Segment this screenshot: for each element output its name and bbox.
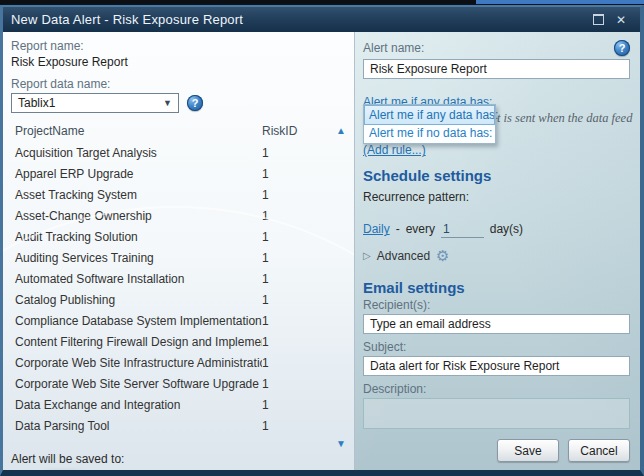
description-label: Description: bbox=[363, 382, 630, 396]
unit-label: day(s) bbox=[490, 222, 523, 236]
help-icon[interactable]: ? bbox=[614, 40, 630, 56]
table-header-row: ProjectName RiskID ▲ bbox=[11, 121, 354, 140]
alert-name-input[interactable]: Risk Exposure Report bbox=[363, 59, 630, 79]
report-data-panel: Report name: Risk Exposure Report Report… bbox=[3, 32, 355, 470]
risk-id-cell: 1 bbox=[262, 209, 328, 223]
save-location-link[interactable]: http://./PWA bbox=[11, 468, 354, 470]
save-location: Alert will be saved to: http://./PWA bbox=[11, 452, 354, 470]
condition-type-menu: Alert me if any data has:Alert me if no … bbox=[363, 104, 496, 144]
help-icon[interactable]: ? bbox=[187, 95, 203, 111]
gear-icon[interactable]: ⚙ bbox=[436, 248, 449, 263]
recurrence-pattern-label: Recurrence pattern: bbox=[363, 190, 630, 204]
risk-id-cell: 1 bbox=[262, 314, 328, 328]
table-row: Audit Tracking Solution1 bbox=[11, 226, 354, 247]
report-name-value: Risk Exposure Report bbox=[11, 55, 354, 69]
table-row: Asset-Change Ownership1 bbox=[11, 205, 354, 226]
risk-id-cell: 1 bbox=[262, 272, 328, 286]
interval-input[interactable]: 1 bbox=[441, 222, 484, 238]
condition-hint-text: t is sent when the data feed bbox=[497, 111, 632, 126]
project-name-cell: Asset-Change Ownership bbox=[13, 209, 262, 223]
new-data-alert-dialog: New Data Alert - Risk Exposure Report ✕ … bbox=[0, 5, 644, 476]
schedule-settings-heading: Schedule settings bbox=[363, 167, 630, 184]
table-row: Automated Software Installation1 bbox=[11, 268, 354, 289]
risk-id-cell: 1 bbox=[262, 398, 328, 412]
table-row: Corporate Web Site Server Software Upgra… bbox=[11, 373, 354, 394]
title-bar: New Data Alert - Risk Exposure Report ✕ bbox=[3, 7, 640, 32]
report-data-name-label: Report data name: bbox=[11, 77, 354, 91]
table-row: Content Filtering Firewall Design and Im… bbox=[11, 331, 354, 352]
risk-id-cell: 1 bbox=[262, 251, 328, 265]
project-name-cell: Automated Software Installation bbox=[13, 272, 262, 286]
column-header-riskid: RiskID bbox=[262, 124, 328, 138]
project-name-cell: Corporate Web Site Server Software Upgra… bbox=[13, 377, 262, 391]
table-row: Auditing Services Training1 bbox=[11, 247, 354, 268]
project-name-cell: Catalog Publishing bbox=[13, 293, 262, 307]
description-input[interactable] bbox=[363, 398, 630, 429]
alert-name-label: Alert name: bbox=[363, 41, 424, 55]
save-location-label: Alert will be saved to: bbox=[11, 452, 354, 466]
project-name-cell: Auditing Services Training bbox=[13, 251, 262, 265]
project-name-cell: Asset Tracking System bbox=[13, 188, 262, 202]
close-icon[interactable]: ✕ bbox=[616, 14, 626, 26]
project-name-cell: Corporate Web Site Infrastructure Admini… bbox=[13, 356, 262, 370]
project-name-cell: Audit Tracking Solution bbox=[13, 230, 262, 244]
table-row: Apparel ERP Upgrade1 bbox=[11, 163, 354, 184]
data-preview-table: ProjectName RiskID ▲ Acquisition Target … bbox=[11, 121, 354, 452]
cancel-button[interactable]: Cancel bbox=[568, 439, 630, 462]
condition-zone: Alert me if any data has: t is sent when… bbox=[363, 95, 630, 143]
risk-id-cell: 1 bbox=[262, 419, 328, 433]
project-name-cell: Acquisition Target Analysis bbox=[13, 146, 262, 160]
risk-id-cell: 1 bbox=[262, 356, 328, 370]
dialog-title: New Data Alert - Risk Exposure Report bbox=[11, 12, 593, 27]
email-settings-heading: Email settings bbox=[363, 279, 630, 296]
url-prefix: http://. bbox=[11, 468, 44, 470]
table-row: Data Exchange and Integration1 bbox=[11, 394, 354, 415]
table-row: Asset Tracking System1 bbox=[11, 184, 354, 205]
table-row: Compliance Database System Implementatio… bbox=[11, 310, 354, 331]
advanced-label[interactable]: Advanced bbox=[377, 249, 430, 263]
table-row: Corporate Web Site Infrastructure Admini… bbox=[11, 352, 354, 373]
url-suffix: /PWA bbox=[82, 468, 112, 470]
project-name-cell: Content Filtering Firewall Design and Im… bbox=[13, 335, 262, 349]
subject-label: Subject: bbox=[363, 340, 630, 354]
risk-id-cell: 1 bbox=[262, 188, 328, 202]
risk-id-cell: 1 bbox=[262, 230, 328, 244]
recurrence-row: Daily - every 1 day(s) bbox=[363, 222, 630, 238]
subject-input[interactable]: Data alert for Risk Exposure Report bbox=[363, 356, 630, 376]
maximize-icon[interactable] bbox=[593, 14, 604, 25]
report-name-label: Report name: bbox=[11, 39, 354, 53]
every-label: every bbox=[406, 222, 435, 236]
recipients-label: Recipient(s): bbox=[363, 298, 630, 312]
chevron-down-icon: ▼ bbox=[163, 98, 172, 108]
risk-id-cell: 1 bbox=[262, 167, 328, 181]
dash: - bbox=[396, 222, 400, 236]
data-source-dropdown-value: Tablix1 bbox=[18, 96, 163, 110]
condition-menu-item[interactable]: Alert me if any data has: bbox=[365, 106, 494, 124]
risk-id-cell: 1 bbox=[262, 293, 328, 307]
frequency-link[interactable]: Daily bbox=[363, 222, 390, 236]
scroll-down-icon[interactable]: ▼ bbox=[328, 439, 354, 449]
project-name-cell: Data Parsing Tool bbox=[13, 419, 262, 433]
alert-settings-panel: Alert name: ? Risk Exposure Report Alert… bbox=[355, 32, 640, 470]
risk-id-cell: 1 bbox=[262, 377, 328, 391]
risk-id-cell: 1 bbox=[262, 335, 328, 349]
project-name-cell: Compliance Database System Implementatio… bbox=[13, 314, 262, 328]
risk-id-cell: 1 bbox=[262, 146, 328, 160]
scroll-up-icon[interactable]: ▲ bbox=[328, 126, 354, 136]
add-rule-link[interactable]: (Add rule...) bbox=[363, 143, 630, 157]
column-header-projectname: ProjectName bbox=[13, 124, 262, 138]
project-name-cell: Data Exchange and Integration bbox=[13, 398, 262, 412]
data-source-dropdown[interactable]: Tablix1 ▼ bbox=[11, 93, 179, 113]
save-button[interactable]: Save bbox=[497, 439, 559, 462]
table-row: Data Parsing Tool1 bbox=[11, 415, 354, 436]
table-row: Catalog Publishing1 bbox=[11, 289, 354, 310]
project-name-cell: Apparel ERP Upgrade bbox=[13, 167, 262, 181]
table-row: Acquisition Target Analysis1 bbox=[11, 142, 354, 163]
table-body: Acquisition Target Analysis1Apparel ERP … bbox=[11, 142, 354, 436]
condition-menu-item[interactable]: Alert me if no data has: bbox=[365, 124, 494, 142]
expander-icon[interactable]: ▷ bbox=[363, 250, 371, 261]
recipients-input[interactable]: Type an email address bbox=[363, 314, 630, 334]
